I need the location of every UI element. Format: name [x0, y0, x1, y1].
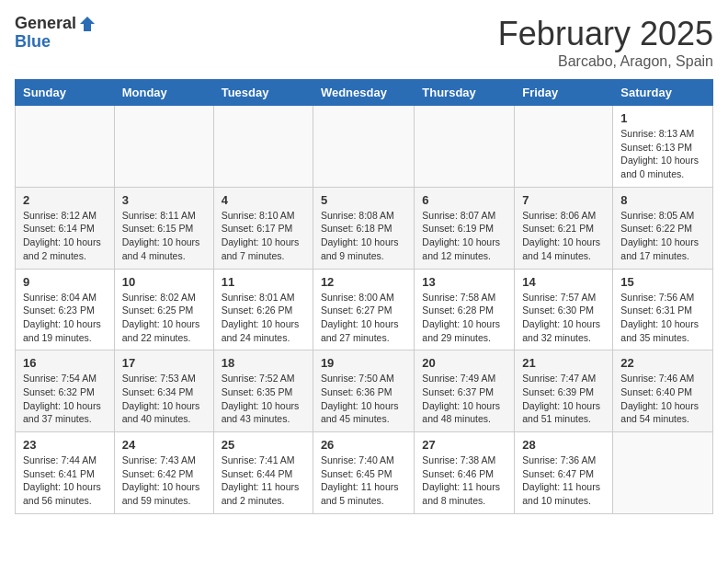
calendar-cell: 3Sunrise: 8:11 AM Sunset: 6:15 PM Daylig… [114, 187, 213, 269]
day-info: Sunrise: 8:07 AM Sunset: 6:19 PM Dayligh… [422, 209, 506, 263]
calendar-cell: 14Sunrise: 7:57 AM Sunset: 6:30 PM Dayli… [515, 269, 613, 350]
day-info: Sunrise: 7:41 AM Sunset: 6:44 PM Dayligh… [222, 454, 305, 508]
day-number: 17 [122, 356, 206, 370]
calendar-cell: 20Sunrise: 7:49 AM Sunset: 6:37 PM Dayli… [415, 350, 515, 432]
day-info: Sunrise: 7:56 AM Sunset: 6:31 PM Dayligh… [620, 291, 705, 345]
day-number: 4 [222, 193, 305, 207]
col-header-sunday: Sunday [16, 80, 115, 106]
day-info: Sunrise: 8:01 AM Sunset: 6:26 PM Dayligh… [222, 291, 305, 345]
day-number: 21 [522, 356, 605, 370]
day-number: 1 [620, 111, 705, 125]
day-number: 26 [321, 438, 406, 452]
day-info: Sunrise: 8:04 AM Sunset: 6:23 PM Dayligh… [23, 291, 107, 345]
calendar-cell: 10Sunrise: 8:02 AM Sunset: 6:25 PM Dayli… [114, 269, 213, 350]
logo: General Blue [15, 15, 97, 52]
calendar-cell: 15Sunrise: 7:56 AM Sunset: 6:31 PM Dayli… [613, 269, 713, 350]
calendar-cell: 12Sunrise: 8:00 AM Sunset: 6:27 PM Dayli… [313, 269, 414, 350]
day-number: 12 [321, 275, 406, 289]
calendar-cell: 18Sunrise: 7:52 AM Sunset: 6:35 PM Dayli… [213, 350, 313, 432]
day-info: Sunrise: 7:40 AM Sunset: 6:45 PM Dayligh… [321, 454, 406, 508]
calendar-cell: 13Sunrise: 7:58 AM Sunset: 6:28 PM Dayli… [415, 269, 515, 350]
day-number: 24 [122, 438, 206, 452]
day-info: Sunrise: 7:53 AM Sunset: 6:34 PM Dayligh… [122, 372, 206, 426]
day-number: 15 [620, 275, 705, 289]
day-info: Sunrise: 7:38 AM Sunset: 6:46 PM Dayligh… [422, 454, 506, 508]
col-header-monday: Monday [114, 80, 213, 106]
calendar-week-row: 16Sunrise: 7:54 AM Sunset: 6:32 PM Dayli… [16, 350, 713, 432]
calendar-cell: 5Sunrise: 8:08 AM Sunset: 6:18 PM Daylig… [313, 187, 414, 269]
calendar-week-row: 1Sunrise: 8:13 AM Sunset: 6:13 PM Daylig… [16, 106, 713, 188]
day-number: 5 [321, 193, 406, 207]
calendar-cell: 7Sunrise: 8:06 AM Sunset: 6:21 PM Daylig… [515, 187, 613, 269]
day-number: 25 [222, 438, 305, 452]
calendar-week-row: 23Sunrise: 7:44 AM Sunset: 6:41 PM Dayli… [16, 432, 713, 514]
calendar-cell: 17Sunrise: 7:53 AM Sunset: 6:34 PM Dayli… [114, 350, 213, 432]
calendar-cell [16, 106, 115, 188]
calendar-header-row: SundayMondayTuesdayWednesdayThursdayFrid… [16, 80, 713, 106]
calendar-cell: 16Sunrise: 7:54 AM Sunset: 6:32 PM Dayli… [16, 350, 115, 432]
day-info: Sunrise: 7:46 AM Sunset: 6:40 PM Dayligh… [620, 372, 705, 426]
calendar-cell: 2Sunrise: 8:12 AM Sunset: 6:14 PM Daylig… [16, 187, 115, 269]
calendar-cell: 28Sunrise: 7:36 AM Sunset: 6:47 PM Dayli… [515, 432, 613, 514]
day-number: 22 [620, 356, 705, 370]
day-number: 2 [23, 193, 107, 207]
calendar-cell: 11Sunrise: 8:01 AM Sunset: 6:26 PM Dayli… [213, 269, 313, 350]
col-header-thursday: Thursday [415, 80, 515, 106]
day-number: 7 [522, 193, 605, 207]
page-header: General Blue February 2025 Barcabo, Arag… [15, 15, 713, 70]
day-info: Sunrise: 8:10 AM Sunset: 6:17 PM Dayligh… [222, 209, 305, 263]
day-number: 11 [222, 275, 305, 289]
col-header-wednesday: Wednesday [313, 80, 414, 106]
calendar-cell: 25Sunrise: 7:41 AM Sunset: 6:44 PM Dayli… [213, 432, 313, 514]
day-number: 14 [522, 275, 605, 289]
day-info: Sunrise: 8:12 AM Sunset: 6:14 PM Dayligh… [23, 209, 107, 263]
calendar-cell [613, 432, 713, 514]
calendar-cell: 22Sunrise: 7:46 AM Sunset: 6:40 PM Dayli… [613, 350, 713, 432]
day-info: Sunrise: 8:06 AM Sunset: 6:21 PM Dayligh… [522, 209, 605, 263]
day-number: 23 [23, 438, 107, 452]
calendar-cell: 23Sunrise: 7:44 AM Sunset: 6:41 PM Dayli… [16, 432, 115, 514]
calendar-cell [415, 106, 515, 188]
day-info: Sunrise: 7:43 AM Sunset: 6:42 PM Dayligh… [122, 454, 206, 508]
calendar-cell: 27Sunrise: 7:38 AM Sunset: 6:46 PM Dayli… [415, 432, 515, 514]
col-header-saturday: Saturday [613, 80, 713, 106]
calendar-cell: 6Sunrise: 8:07 AM Sunset: 6:19 PM Daylig… [415, 187, 515, 269]
logo-general-text: General [15, 15, 76, 33]
calendar-cell [515, 106, 613, 188]
logo-blue-text: Blue [15, 33, 97, 52]
day-number: 8 [620, 193, 705, 207]
day-number: 18 [222, 356, 305, 370]
day-info: Sunrise: 8:00 AM Sunset: 6:27 PM Dayligh… [321, 291, 406, 345]
day-info: Sunrise: 7:50 AM Sunset: 6:36 PM Dayligh… [321, 372, 406, 426]
day-number: 13 [422, 275, 506, 289]
day-number: 28 [522, 438, 605, 452]
calendar-cell: 9Sunrise: 8:04 AM Sunset: 6:23 PM Daylig… [16, 269, 115, 350]
calendar-cell: 21Sunrise: 7:47 AM Sunset: 6:39 PM Dayli… [515, 350, 613, 432]
day-number: 9 [23, 275, 107, 289]
day-info: Sunrise: 7:49 AM Sunset: 6:37 PM Dayligh… [422, 372, 506, 426]
day-number: 19 [321, 356, 406, 370]
logo-icon [78, 15, 97, 33]
day-info: Sunrise: 7:36 AM Sunset: 6:47 PM Dayligh… [522, 454, 605, 508]
calendar-cell: 8Sunrise: 8:05 AM Sunset: 6:22 PM Daylig… [613, 187, 713, 269]
calendar-table: SundayMondayTuesdayWednesdayThursdayFrid… [15, 79, 713, 514]
day-number: 27 [422, 438, 506, 452]
calendar-cell: 1Sunrise: 8:13 AM Sunset: 6:13 PM Daylig… [613, 106, 713, 188]
day-info: Sunrise: 7:57 AM Sunset: 6:30 PM Dayligh… [522, 291, 605, 345]
day-info: Sunrise: 7:52 AM Sunset: 6:35 PM Dayligh… [222, 372, 305, 426]
col-header-tuesday: Tuesday [213, 80, 313, 106]
calendar-cell [114, 106, 213, 188]
day-info: Sunrise: 8:11 AM Sunset: 6:15 PM Dayligh… [122, 209, 206, 263]
title-block: February 2025 Barcabo, Aragon, Spain [498, 15, 713, 70]
day-number: 16 [23, 356, 107, 370]
day-number: 6 [422, 193, 506, 207]
calendar-cell: 19Sunrise: 7:50 AM Sunset: 6:36 PM Dayli… [313, 350, 414, 432]
day-info: Sunrise: 7:44 AM Sunset: 6:41 PM Dayligh… [23, 454, 107, 508]
day-info: Sunrise: 8:13 AM Sunset: 6:13 PM Dayligh… [620, 127, 705, 181]
calendar-cell: 4Sunrise: 8:10 AM Sunset: 6:17 PM Daylig… [213, 187, 313, 269]
calendar-week-row: 9Sunrise: 8:04 AM Sunset: 6:23 PM Daylig… [16, 269, 713, 350]
day-info: Sunrise: 8:05 AM Sunset: 6:22 PM Dayligh… [620, 209, 705, 263]
day-info: Sunrise: 7:54 AM Sunset: 6:32 PM Dayligh… [23, 372, 107, 426]
day-number: 10 [122, 275, 206, 289]
svg-marker-0 [80, 17, 95, 31]
